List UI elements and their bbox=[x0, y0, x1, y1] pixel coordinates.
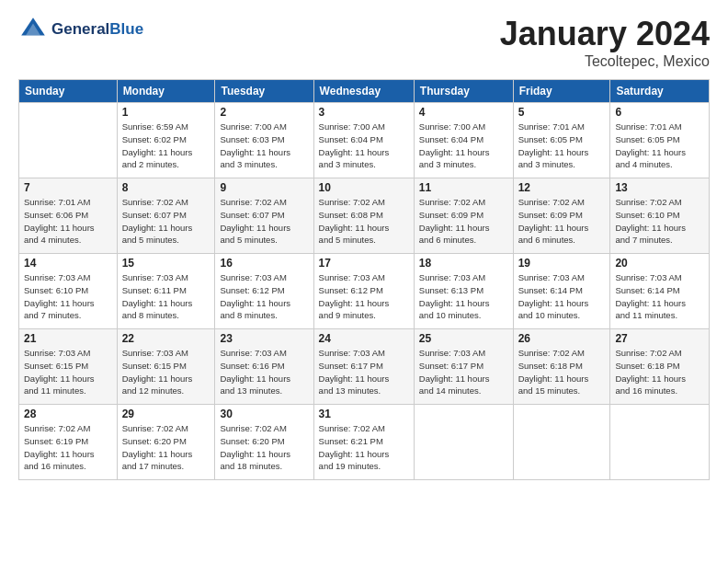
day-number: 2 bbox=[220, 106, 308, 119]
calendar-cell: 24Sunrise: 7:03 AM Sunset: 6:17 PM Dayli… bbox=[313, 329, 414, 405]
calendar-cell bbox=[610, 405, 710, 480]
logo-blue: Blue bbox=[109, 20, 143, 38]
day-info: Sunrise: 7:02 AM Sunset: 6:20 PM Dayligh… bbox=[122, 422, 210, 473]
logo: GeneralBlue bbox=[18, 15, 143, 44]
day-info: Sunrise: 7:02 AM Sunset: 6:08 PM Dayligh… bbox=[319, 196, 409, 247]
calendar-cell: 4Sunrise: 7:00 AM Sunset: 6:04 PM Daylig… bbox=[414, 103, 513, 178]
calendar-cell bbox=[19, 103, 118, 178]
week-row-4: 21Sunrise: 7:03 AM Sunset: 6:15 PM Dayli… bbox=[19, 329, 710, 405]
day-info: Sunrise: 7:02 AM Sunset: 6:19 PM Dayligh… bbox=[24, 422, 112, 473]
day-number: 1 bbox=[122, 106, 210, 119]
col-header-wednesday: Wednesday bbox=[313, 80, 414, 103]
header-row: SundayMondayTuesdayWednesdayThursdayFrid… bbox=[19, 80, 710, 103]
calendar-cell: 30Sunrise: 7:02 AM Sunset: 6:20 PM Dayli… bbox=[215, 405, 313, 480]
day-info: Sunrise: 7:02 AM Sunset: 6:10 PM Dayligh… bbox=[615, 196, 704, 247]
day-number: 22 bbox=[122, 332, 210, 345]
calendar-cell: 2Sunrise: 7:00 AM Sunset: 6:03 PM Daylig… bbox=[215, 103, 313, 178]
day-number: 24 bbox=[319, 332, 409, 345]
calendar-cell: 17Sunrise: 7:03 AM Sunset: 6:12 PM Dayli… bbox=[313, 254, 414, 329]
week-row-2: 7Sunrise: 7:01 AM Sunset: 6:06 PM Daylig… bbox=[19, 178, 710, 254]
calendar-cell: 29Sunrise: 7:02 AM Sunset: 6:20 PM Dayli… bbox=[117, 405, 215, 480]
calendar-cell: 10Sunrise: 7:02 AM Sunset: 6:08 PM Dayli… bbox=[313, 178, 414, 254]
day-number: 4 bbox=[419, 106, 508, 119]
day-number: 27 bbox=[615, 332, 704, 345]
day-number: 16 bbox=[220, 257, 308, 270]
day-info: Sunrise: 7:02 AM Sunset: 6:18 PM Dayligh… bbox=[615, 347, 704, 397]
title-section: January 2024 Tecoltepec, Mexico bbox=[500, 15, 710, 70]
day-number: 17 bbox=[319, 257, 409, 270]
calendar-cell: 31Sunrise: 7:02 AM Sunset: 6:21 PM Dayli… bbox=[313, 405, 414, 480]
day-number: 13 bbox=[615, 181, 704, 194]
logo-general: General bbox=[51, 20, 109, 38]
day-info: Sunrise: 7:01 AM Sunset: 6:05 PM Dayligh… bbox=[615, 121, 704, 171]
calendar-cell: 15Sunrise: 7:03 AM Sunset: 6:11 PM Dayli… bbox=[117, 254, 215, 329]
day-number: 23 bbox=[220, 332, 308, 345]
day-number: 19 bbox=[518, 257, 606, 270]
calendar-cell: 11Sunrise: 7:02 AM Sunset: 6:09 PM Dayli… bbox=[414, 178, 513, 254]
calendar-cell: 16Sunrise: 7:03 AM Sunset: 6:12 PM Dayli… bbox=[215, 254, 313, 329]
col-header-friday: Friday bbox=[513, 80, 610, 103]
day-info: Sunrise: 7:03 AM Sunset: 6:14 PM Dayligh… bbox=[615, 271, 704, 322]
day-number: 29 bbox=[122, 408, 210, 420]
day-info: Sunrise: 6:59 AM Sunset: 6:02 PM Dayligh… bbox=[122, 121, 210, 171]
location-title: Tecoltepec, Mexico bbox=[500, 53, 710, 70]
calendar-cell bbox=[513, 405, 610, 480]
calendar-cell: 3Sunrise: 7:00 AM Sunset: 6:04 PM Daylig… bbox=[313, 103, 414, 178]
calendar-cell: 26Sunrise: 7:02 AM Sunset: 6:18 PM Dayli… bbox=[513, 329, 610, 405]
calendar-cell: 12Sunrise: 7:02 AM Sunset: 6:09 PM Dayli… bbox=[513, 178, 610, 254]
day-info: Sunrise: 7:00 AM Sunset: 6:03 PM Dayligh… bbox=[220, 121, 308, 171]
day-number: 25 bbox=[419, 332, 508, 345]
calendar-cell: 9Sunrise: 7:02 AM Sunset: 6:07 PM Daylig… bbox=[215, 178, 313, 254]
day-info: Sunrise: 7:02 AM Sunset: 6:07 PM Dayligh… bbox=[220, 196, 308, 247]
day-info: Sunrise: 7:03 AM Sunset: 6:17 PM Dayligh… bbox=[319, 347, 409, 397]
calendar-cell: 23Sunrise: 7:03 AM Sunset: 6:16 PM Dayli… bbox=[215, 329, 313, 405]
day-number: 3 bbox=[319, 106, 409, 119]
day-info: Sunrise: 7:03 AM Sunset: 6:15 PM Dayligh… bbox=[24, 347, 112, 397]
week-row-1: 1Sunrise: 6:59 AM Sunset: 6:02 PM Daylig… bbox=[19, 103, 710, 178]
calendar-cell bbox=[414, 405, 513, 480]
day-number: 30 bbox=[220, 408, 308, 420]
col-header-thursday: Thursday bbox=[414, 80, 513, 103]
calendar-cell: 7Sunrise: 7:01 AM Sunset: 6:06 PM Daylig… bbox=[19, 178, 118, 254]
day-info: Sunrise: 7:03 AM Sunset: 6:13 PM Dayligh… bbox=[419, 271, 508, 322]
day-info: Sunrise: 7:02 AM Sunset: 6:18 PM Dayligh… bbox=[518, 347, 606, 397]
logo-text: GeneralBlue bbox=[51, 20, 143, 39]
day-info: Sunrise: 7:02 AM Sunset: 6:21 PM Dayligh… bbox=[319, 422, 409, 473]
day-info: Sunrise: 7:02 AM Sunset: 6:20 PM Dayligh… bbox=[220, 422, 308, 473]
day-number: 26 bbox=[518, 332, 606, 345]
calendar-cell: 6Sunrise: 7:01 AM Sunset: 6:05 PM Daylig… bbox=[610, 103, 710, 178]
calendar-cell: 18Sunrise: 7:03 AM Sunset: 6:13 PM Dayli… bbox=[414, 254, 513, 329]
calendar-cell: 28Sunrise: 7:02 AM Sunset: 6:19 PM Dayli… bbox=[19, 405, 118, 480]
calendar-cell: 21Sunrise: 7:03 AM Sunset: 6:15 PM Dayli… bbox=[19, 329, 118, 405]
day-info: Sunrise: 7:03 AM Sunset: 6:10 PM Dayligh… bbox=[24, 271, 112, 322]
day-number: 18 bbox=[419, 257, 508, 270]
logo-icon bbox=[18, 15, 48, 44]
day-number: 6 bbox=[615, 106, 704, 119]
day-number: 28 bbox=[24, 408, 112, 420]
page: GeneralBlue January 2024 Tecoltepec, Mex… bbox=[0, 0, 728, 563]
day-info: Sunrise: 7:02 AM Sunset: 6:09 PM Dayligh… bbox=[518, 196, 606, 247]
col-header-sunday: Sunday bbox=[19, 80, 118, 103]
day-number: 10 bbox=[319, 181, 409, 194]
day-number: 14 bbox=[24, 257, 112, 270]
col-header-monday: Monday bbox=[117, 80, 215, 103]
calendar-cell: 1Sunrise: 6:59 AM Sunset: 6:02 PM Daylig… bbox=[117, 103, 215, 178]
day-info: Sunrise: 7:03 AM Sunset: 6:11 PM Dayligh… bbox=[122, 271, 210, 322]
col-header-tuesday: Tuesday bbox=[215, 80, 313, 103]
calendar-cell: 13Sunrise: 7:02 AM Sunset: 6:10 PM Dayli… bbox=[610, 178, 710, 254]
day-info: Sunrise: 7:01 AM Sunset: 6:05 PM Dayligh… bbox=[518, 121, 606, 171]
calendar-cell: 5Sunrise: 7:01 AM Sunset: 6:05 PM Daylig… bbox=[513, 103, 610, 178]
header: GeneralBlue January 2024 Tecoltepec, Mex… bbox=[18, 15, 710, 70]
day-info: Sunrise: 7:02 AM Sunset: 6:07 PM Dayligh… bbox=[122, 196, 210, 247]
calendar-cell: 20Sunrise: 7:03 AM Sunset: 6:14 PM Dayli… bbox=[610, 254, 710, 329]
col-header-saturday: Saturday bbox=[610, 80, 710, 103]
calendar-cell: 25Sunrise: 7:03 AM Sunset: 6:17 PM Dayli… bbox=[414, 329, 513, 405]
day-number: 21 bbox=[24, 332, 112, 345]
day-number: 5 bbox=[518, 106, 606, 119]
day-number: 8 bbox=[122, 181, 210, 194]
day-info: Sunrise: 7:03 AM Sunset: 6:14 PM Dayligh… bbox=[518, 271, 606, 322]
week-row-5: 28Sunrise: 7:02 AM Sunset: 6:19 PM Dayli… bbox=[19, 405, 710, 480]
day-info: Sunrise: 7:00 AM Sunset: 6:04 PM Dayligh… bbox=[319, 121, 409, 171]
week-row-3: 14Sunrise: 7:03 AM Sunset: 6:10 PM Dayli… bbox=[19, 254, 710, 329]
day-number: 31 bbox=[319, 408, 409, 420]
